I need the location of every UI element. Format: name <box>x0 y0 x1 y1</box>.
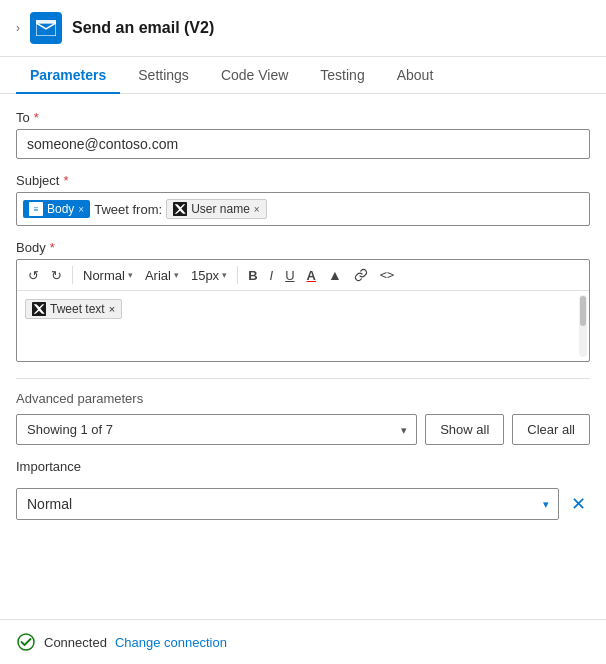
code-button[interactable]: <> <box>375 265 399 285</box>
subject-field[interactable]: ≡ Body × Tweet from: User name × <box>16 192 590 226</box>
italic-button[interactable]: I <box>265 265 279 286</box>
importance-row: LowNormalHigh ▾ ✕ <box>16 488 590 520</box>
underline-button[interactable]: U <box>280 265 299 286</box>
connected-icon <box>16 632 36 652</box>
body-tag-icon: ≡ <box>29 202 43 216</box>
fontcolor-label: A <box>307 268 316 283</box>
size-chevron: ▾ <box>222 270 227 280</box>
subject-tweet-text: Tweet from: <box>94 202 162 217</box>
body-field-group: Body * ↺ ↻ Normal ▾ Arial ▾ 15px ▾ <box>16 240 590 362</box>
importance-field-group: Importance LowNormalHigh ▾ ✕ <box>16 459 590 520</box>
rte-toolbar: ↺ ↻ Normal ▾ Arial ▾ 15px ▾ B I U <box>17 260 589 291</box>
advanced-controls: Showing 1 of 7 ▾ Show all Clear all <box>16 414 590 445</box>
advanced-label: Advanced parameters <box>16 391 590 406</box>
to-required: * <box>34 110 39 125</box>
show-all-button[interactable]: Show all <box>425 414 504 445</box>
body-tag-close[interactable]: × <box>78 204 84 215</box>
connected-text: Connected <box>44 635 107 650</box>
undo-button[interactable]: ↺ <box>23 265 44 286</box>
username-tag-close[interactable]: × <box>254 204 260 215</box>
subject-body-tag[interactable]: ≡ Body × <box>23 200 90 218</box>
change-connection-link[interactable]: Change connection <box>115 635 227 650</box>
subject-label: Subject * <box>16 173 590 188</box>
importance-select-wrapper: LowNormalHigh ▾ <box>16 488 559 520</box>
subject-field-group: Subject * ≡ Body × Tweet from: User name… <box>16 173 590 226</box>
rte-scrollbar-thumb <box>580 296 586 326</box>
font-label: Arial <box>145 268 171 283</box>
tab-about[interactable]: About <box>383 57 448 93</box>
bold-button[interactable]: B <box>243 265 262 286</box>
svg-point-5 <box>18 634 34 650</box>
redo-button[interactable]: ↻ <box>46 265 67 286</box>
tweet-text-label: Tweet text <box>50 302 105 316</box>
section-divider <box>16 378 590 379</box>
username-tag-label: User name <box>191 202 250 216</box>
body-label: Body * <box>16 240 590 255</box>
to-field-group: To * <box>16 110 590 159</box>
footer: Connected Change connection <box>0 619 606 664</box>
tab-settings[interactable]: Settings <box>124 57 203 93</box>
subject-username-tag[interactable]: User name × <box>166 199 267 219</box>
body-required: * <box>50 240 55 255</box>
rte-scrollbar[interactable] <box>579 295 587 357</box>
tab-code-view[interactable]: Code View <box>207 57 302 93</box>
twitter-x-icon-body <box>32 302 46 316</box>
size-dropdown[interactable]: 15px ▾ <box>186 265 232 286</box>
to-label: To * <box>16 110 590 125</box>
toolbar-divider-2 <box>237 266 238 284</box>
advanced-select-wrapper: Showing 1 of 7 ▾ <box>16 414 417 445</box>
page-title: Send an email (V2) <box>72 19 214 37</box>
rte-body[interactable]: Tweet text × <box>17 291 589 361</box>
highlight-icon: ▲ <box>328 267 342 283</box>
tab-parameters[interactable]: Parameters <box>16 57 120 93</box>
toolbar-divider-1 <box>72 266 73 284</box>
to-input[interactable] <box>16 129 590 159</box>
font-dropdown[interactable]: Arial ▾ <box>140 265 184 286</box>
twitter-x-icon-subject <box>173 202 187 216</box>
body-tag-label: Body <box>47 202 74 216</box>
size-label: 15px <box>191 268 219 283</box>
style-label: Normal <box>83 268 125 283</box>
font-chevron: ▾ <box>174 270 179 280</box>
action-icon <box>30 12 62 44</box>
link-button[interactable] <box>349 265 373 285</box>
tweet-text-close[interactable]: × <box>109 303 115 315</box>
action-header: › Send an email (V2) <box>0 0 606 57</box>
importance-label: Importance <box>16 459 590 474</box>
subject-required: * <box>63 173 68 188</box>
tabs-bar: Parameters Settings Code View Testing Ab… <box>0 57 606 94</box>
style-chevron: ▾ <box>128 270 133 280</box>
style-dropdown[interactable]: Normal ▾ <box>78 265 138 286</box>
advanced-select[interactable]: Showing 1 of 7 <box>16 414 417 445</box>
tab-testing[interactable]: Testing <box>306 57 378 93</box>
fontcolor-button[interactable]: A <box>302 265 321 286</box>
tweet-text-tag[interactable]: Tweet text × <box>25 299 122 319</box>
importance-select[interactable]: LowNormalHigh <box>16 488 559 520</box>
highlight-button[interactable]: ▲ <box>323 264 347 286</box>
main-content: To * Subject * ≡ Body × Tweet from: User… <box>0 94 606 546</box>
link-icon <box>354 268 368 282</box>
rich-text-editor: ↺ ↻ Normal ▾ Arial ▾ 15px ▾ B I U <box>16 259 590 362</box>
importance-clear-button[interactable]: ✕ <box>567 489 590 519</box>
clear-all-button[interactable]: Clear all <box>512 414 590 445</box>
back-chevron[interactable]: › <box>16 21 20 35</box>
